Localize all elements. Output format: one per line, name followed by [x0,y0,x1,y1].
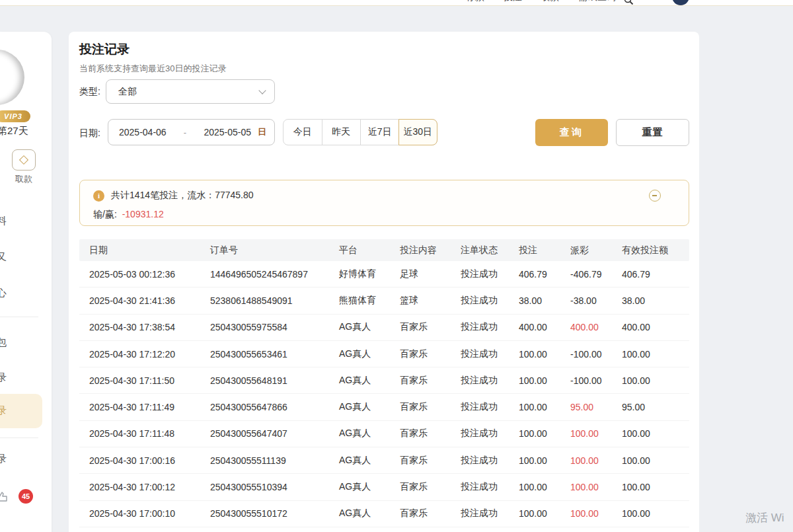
cell-payout: -100.00 [570,375,622,386]
cell-bet: 100.00 [519,375,570,386]
cell-date: 2025-04-30 17:00:10 [89,508,210,519]
cell-order_no: 250430055511139 [210,455,339,466]
sidebar-item-bet-records-active[interactable]: 录 [0,394,42,428]
cell-payout: 95.00 [570,402,622,412]
sidebar-item-benefits[interactable]: 又 [0,251,17,264]
cell-status: 投注成功 [461,348,519,360]
type-select[interactable]: 全部 [106,79,275,104]
date-range-picker[interactable]: 2025-04-06 - 2025-05-05 日 [108,119,275,145]
cell-status: 投注成功 [461,455,519,467]
cell-platform: 熊猫体育 [339,295,400,307]
cell-platform: AG真人 [339,428,400,439]
cell-platform: AG真人 [339,375,400,387]
top-navbar: 存款 投注 取款 游戏查询 [0,0,793,6]
table-row: 2025-04-30 21:41:365238061488549091熊猫体育篮… [79,287,689,314]
gem-icon [19,155,28,165]
cell-platform: AG真人 [339,455,400,467]
cell-platform: 好博体育 [339,268,400,280]
table-header: 日期订单号平台投注内容注单状态投注派彩有效投注额 [79,239,689,261]
cell-date: 2025-05-03 00:12:36 [89,269,210,280]
quick-range-yesterday[interactable]: 昨天 [322,120,361,145]
cell-date: 2025-04-30 17:11:50 [89,375,210,386]
cell-payout: -406.79 [570,269,622,280]
cell-bet: 400.00 [519,322,570,332]
type-filter-label: 类型: [79,86,100,98]
nav-item-game-search[interactable]: 游戏查询 [579,0,616,6]
nav-item-withdraw[interactable]: 取款 [541,0,559,6]
table-row: 2025-04-30 17:11:50250430055648191AG真人百家… [79,367,689,394]
cell-content: 百家乐 [400,401,461,413]
quick-range-30days[interactable]: 近30日 [398,119,438,145]
cell-valid_bet: 95.00 [622,402,689,412]
sidebar-item-profile[interactable]: 料 [0,215,17,227]
cell-status: 投注成功 [461,375,519,387]
topbar-avatar[interactable] [672,0,689,5]
cell-order_no: 5238061488549091 [210,295,339,306]
top-navbar-inner: 存款 投注 取款 游戏查询 [0,0,793,6]
type-select-value: 全部 [118,86,260,98]
sidebar-item-center[interactable]: 心 [0,287,17,299]
table-row: 2025-05-03 00:12:361446496505245467897好博… [79,261,689,287]
hand-icon [0,490,9,506]
column-header: 注单状态 [461,245,519,256]
nav-item-deposit[interactable]: 存款 [466,0,484,6]
page-subtitle: 当前系统支持查询最近30日的投注记录 [79,63,226,75]
quick-date-range-group: 今日 昨天 近7日 近30日 [283,119,437,145]
cell-content: 百家乐 [400,428,461,439]
query-button[interactable]: 查询 [535,119,608,146]
quick-range-today[interactable]: 今日 [283,120,322,145]
cell-date: 2025-04-30 17:00:12 [89,482,210,492]
cell-order_no: 250430055510172 [210,508,339,519]
message-count-badge: 45 [19,489,33,504]
table-row: 2025-04-30 17:11:49250430055647866AG真人百家… [79,394,689,420]
sidebar-item-messages[interactable]: 45 [0,489,42,506]
summary-box: i 共计1414笔投注，流水：77745.80 输/赢: -10931.12 [79,180,689,226]
withdraw-label[interactable]: 取款 [11,173,37,185]
date-start-value: 2025-04-06 [119,127,167,137]
reset-button[interactable]: 重置 [616,119,689,146]
nav-item-bet[interactable]: 投注 [504,0,522,6]
search-icon[interactable] [624,0,634,6]
table-row: 2025-04-30 17:38:54250430055975584AG真人百家… [79,315,689,341]
withdraw-gem-icon[interactable] [12,149,36,171]
sidebar-item-other-records[interactable]: 录 [0,453,17,465]
bet-records-panel: 投注记录 当前系统支持查询最近30日的投注记录 类型: 全部 日期: 2025-… [69,32,699,532]
cell-valid_bet: 100.00 [622,482,689,492]
cell-valid_bet: 38.00 [622,295,689,306]
cell-status: 投注成功 [461,295,519,307]
column-header: 派彩 [570,245,622,256]
sidebar-item-wallet[interactable]: 包 [0,336,17,349]
cell-content: 百家乐 [400,321,461,333]
cell-platform: AG真人 [339,321,400,333]
cell-date: 2025-04-30 17:11:48 [89,428,210,439]
calendar-icon: 日 [258,126,266,138]
column-header: 订单号 [210,245,339,256]
table-body: 2025-05-03 00:12:361446496505245467897好博… [79,261,689,527]
cell-payout: 100.00 [570,482,622,492]
date-filter-label: 日期: [79,128,100,139]
cell-status: 投注成功 [461,401,519,413]
cell-bet: 100.00 [519,349,570,360]
cell-platform: AG真人 [339,401,400,413]
cell-valid_bet: 400.00 [622,322,689,332]
quick-range-7days[interactable]: 近7日 [360,120,399,145]
vip-badge: VIP3 [0,110,30,122]
cell-bet: 100.00 [519,428,570,439]
chevron-down-icon [258,87,266,94]
sidebar-item-transaction-records[interactable]: 录 [0,371,17,384]
cell-status: 投注成功 [461,508,519,519]
cell-date: 2025-04-30 17:38:54 [89,322,210,332]
cell-payout: 100.00 [570,508,622,519]
cell-status: 投注成功 [461,321,519,333]
sidebar: VIP3 第27天 取款 料 又 心 包 录 录 录 45 [0,32,52,532]
user-avatar[interactable] [0,50,24,105]
cell-date: 2025-04-30 17:00:16 [89,455,210,466]
summary-line1: i 共计1414笔投注，流水：77745.80 [93,190,254,202]
collapse-minus-icon[interactable] [649,190,661,202]
cell-valid_bet: 100.00 [622,349,689,360]
sidebar-item-bet-records-label: 录 [0,404,17,417]
summary-totals-text: 共计1414笔投注，流水：77745.80 [111,190,254,202]
activate-windows-watermark: 激活 Wi [745,510,784,525]
cell-bet: 100.00 [519,482,570,492]
cell-platform: AG真人 [339,481,400,493]
